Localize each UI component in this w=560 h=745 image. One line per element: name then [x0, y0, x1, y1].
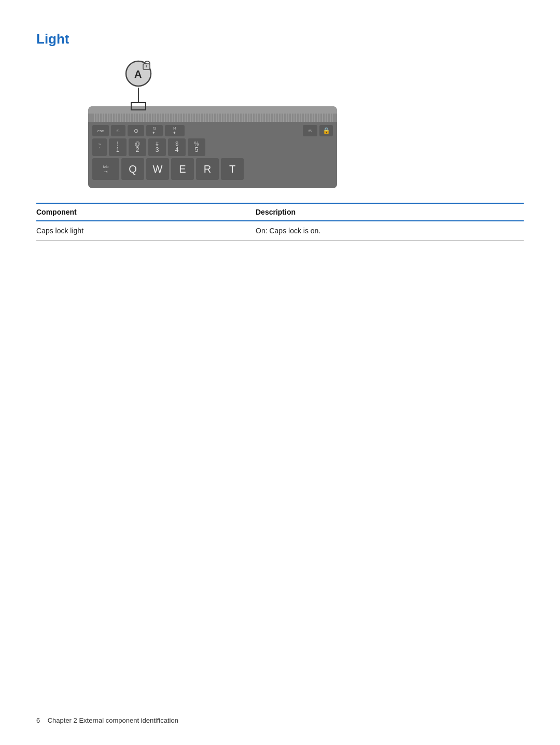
tilde-key: ~ ` — [92, 138, 107, 156]
page-number: 6 — [36, 716, 40, 724]
component-table: Component Description Caps lock light On… — [36, 203, 524, 241]
f4-key: f4 ·✦· — [165, 125, 185, 136]
keyboard-main: esc f1 ⊙ f3 ✦· f4 — [88, 122, 337, 188]
page-content: Light A — [0, 0, 560, 272]
1-key: ! 1 — [109, 138, 127, 156]
r-key: R — [196, 158, 219, 180]
number-key-row: ~ ` ! 1 @ 2 — [92, 138, 333, 156]
table-header-row: Component Description — [36, 203, 524, 221]
2-key: @ 2 — [129, 138, 146, 156]
5-key: % 5 — [188, 138, 205, 156]
table-row: Caps lock light On: Caps lock is on. — [36, 221, 524, 241]
caps-lock-icon-svg: A — [124, 60, 152, 88]
f6-key: 🔒 — [319, 125, 333, 136]
keyboard-body: esc f1 ⊙ f3 ✦· f4 — [88, 106, 337, 188]
esc-key: esc — [92, 125, 109, 136]
f5-key: f5 — [303, 125, 317, 136]
page-footer: 6 Chapter 2 External component identific… — [36, 716, 178, 724]
e-key: E — [171, 158, 194, 180]
callout-area: A — [88, 60, 337, 106]
function-key-row: esc f1 ⊙ f3 ✦· f4 — [92, 125, 333, 136]
chapter-text: Chapter 2 External component identificat… — [48, 716, 178, 724]
f3-key: f3 ✦· — [146, 125, 163, 136]
t-key: T — [221, 158, 244, 180]
4-key: $ 4 — [168, 138, 186, 156]
keyboard-dots — [92, 114, 333, 122]
3-key: # 3 — [148, 138, 166, 156]
w-key: W — [146, 158, 169, 180]
keyboard-illustration: A esc — [88, 60, 337, 188]
f2-key: ⊙ — [128, 125, 144, 136]
caps-lock-callout: A — [124, 60, 152, 110]
svg-text:A: A — [134, 68, 142, 80]
f1-key: f1 — [111, 125, 125, 136]
q-key: Q — [121, 158, 144, 180]
callout-line — [138, 88, 139, 102]
callout-box — [131, 102, 146, 110]
description-cell: On: Caps lock is on. — [256, 221, 524, 241]
component-cell: Caps lock light — [36, 221, 256, 241]
tab-key: tab ⇥ — [92, 158, 119, 180]
page-title: Light — [36, 31, 524, 47]
letter-key-row: tab ⇥ Q W E R T — [92, 158, 333, 180]
description-header: Description — [256, 203, 524, 221]
component-header: Component — [36, 203, 256, 221]
